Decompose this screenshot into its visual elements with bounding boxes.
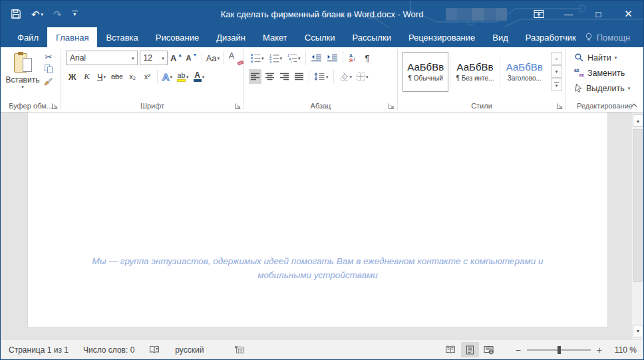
zoom-in-button[interactable]: + xyxy=(597,345,602,355)
styles-scroll-down-button[interactable]: ▼ xyxy=(551,65,562,78)
read-mode-button[interactable] xyxy=(442,342,460,357)
find-button[interactable]: Найти ▾ xyxy=(574,50,640,65)
tab-layout[interactable]: Макет xyxy=(254,27,296,47)
scrollbar-thumb[interactable] xyxy=(633,129,643,282)
styles-scroll-up-button[interactable]: ▲ xyxy=(551,52,562,65)
tab-review[interactable]: Рецензирование xyxy=(400,27,484,47)
chevron-down-icon[interactable]: ▾ xyxy=(615,55,617,60)
bullets-button[interactable]: ▾ xyxy=(249,51,265,65)
chevron-down-icon[interactable]: ▾ xyxy=(158,56,167,61)
strikethrough-button[interactable]: abc xyxy=(110,69,124,84)
numbering-button[interactable]: 123 ▾ xyxy=(267,51,284,65)
change-case-button[interactable]: Aa ▾ xyxy=(206,51,220,65)
replace-button[interactable]: ab ac Заменить xyxy=(574,65,640,81)
document-paragraph[interactable]: Мы — группа энтузиастов, одержимых идеей… xyxy=(85,112,551,282)
web-layout-button[interactable] xyxy=(480,342,498,357)
chevron-down-icon[interactable]: ▾ xyxy=(128,56,137,61)
align-center-button[interactable] xyxy=(263,69,276,84)
zoom-slider[interactable] xyxy=(527,349,591,351)
macro-record-button[interactable] xyxy=(234,345,244,354)
chevron-down-icon[interactable]: ▾ xyxy=(298,56,301,61)
zoom-slider-thumb[interactable] xyxy=(558,346,561,354)
vertical-scrollbar[interactable]: ▲ ▼ xyxy=(631,112,643,339)
align-right-button[interactable] xyxy=(278,69,291,84)
zoom-percentage[interactable]: 110 % xyxy=(611,345,637,355)
collapse-ribbon-button[interactable] xyxy=(629,101,639,109)
justify-button[interactable] xyxy=(293,69,305,84)
chevron-down-icon[interactable]: ▾ xyxy=(261,56,264,61)
grow-font-button[interactable]: A ▲ xyxy=(170,51,184,65)
proofing-status-button[interactable] xyxy=(149,345,160,354)
paragraph-dialog-launcher[interactable] xyxy=(388,102,395,110)
page-indicator[interactable]: Страница 1 из 1 xyxy=(9,345,69,355)
text-effects-button[interactable]: A ▾ xyxy=(161,69,174,84)
underline-button[interactable]: Ч ▾ xyxy=(95,69,108,84)
shrink-font-button[interactable]: A ▼ xyxy=(185,51,198,65)
tab-draw[interactable]: Рисование xyxy=(147,27,208,47)
shading-button[interactable]: ▾ xyxy=(337,69,354,84)
maximize-button[interactable]: □ xyxy=(583,1,613,27)
font-family-combo[interactable]: Arial ▾ xyxy=(66,51,138,65)
chevron-down-icon[interactable]: ▾ xyxy=(218,56,220,61)
zoom-out-button[interactable]: − xyxy=(516,345,521,355)
language-indicator[interactable]: русский xyxy=(175,345,204,355)
tell-me-button[interactable]: Помощн xyxy=(585,33,631,43)
line-spacing-button[interactable]: ▾ xyxy=(313,69,330,84)
chevron-down-icon[interactable]: ▾ xyxy=(350,75,353,79)
format-painter-icon[interactable] xyxy=(44,77,53,89)
align-left-button[interactable] xyxy=(249,69,261,84)
paste-button[interactable]: Вставить ▾ xyxy=(5,51,40,100)
bold-button[interactable]: Ж xyxy=(66,69,79,84)
chevron-down-icon[interactable]: ▾ xyxy=(326,75,329,79)
undo-button[interactable]: ↶ ▾ xyxy=(31,9,43,19)
ribbon-display-options-button[interactable] xyxy=(524,1,554,27)
select-button[interactable]: Выделить ▾ xyxy=(574,81,640,96)
styles-gallery-more-button[interactable]: ▼ xyxy=(551,79,562,91)
scroll-down-button[interactable]: ▼ xyxy=(633,325,643,337)
superscript-button[interactable]: x² xyxy=(141,69,154,84)
highlight-color-button[interactable]: ab ▾ xyxy=(176,69,190,84)
styles-dialog-launcher[interactable] xyxy=(556,102,564,110)
subscript-button[interactable]: x₂ xyxy=(126,69,139,84)
clear-formatting-button[interactable]: A xyxy=(228,51,240,65)
print-layout-button[interactable] xyxy=(461,342,479,357)
tab-file[interactable]: Файл xyxy=(9,27,47,47)
style-normal[interactable]: АаБбВв ¶ Обычный xyxy=(402,52,448,92)
chevron-down-icon[interactable]: ▾ xyxy=(170,75,173,79)
chevron-down-icon[interactable]: ▾ xyxy=(280,56,283,61)
tab-insert[interactable]: Вставка xyxy=(97,27,146,47)
clipboard-dialog-launcher[interactable] xyxy=(51,102,59,110)
tab-design[interactable]: Дизайн xyxy=(208,27,254,47)
font-dialog-launcher[interactable] xyxy=(234,102,242,110)
word-count[interactable]: Число слов: 0 xyxy=(83,345,134,355)
undo-dropdown-icon[interactable]: ▾ xyxy=(41,12,44,17)
borders-button[interactable]: ▾ xyxy=(355,69,370,84)
tab-references[interactable]: Ссылки xyxy=(296,27,344,47)
font-size-combo[interactable]: 12 ▾ xyxy=(140,51,168,65)
tab-view[interactable]: Вид xyxy=(484,27,517,47)
chevron-down-icon[interactable]: ▾ xyxy=(366,75,369,79)
save-icon[interactable] xyxy=(11,9,21,19)
chevron-down-icon[interactable]: ▾ xyxy=(104,75,106,79)
show-formatting-marks-button[interactable]: ¶ xyxy=(361,51,374,65)
font-color-button[interactable]: A ▾ xyxy=(192,69,206,84)
paste-dropdown-icon[interactable]: ▾ xyxy=(21,85,24,89)
minimize-button[interactable]: — xyxy=(554,1,583,27)
copy-icon[interactable] xyxy=(45,65,53,73)
italic-button[interactable]: К xyxy=(80,69,93,84)
document-page[interactable]: Мы — группа энтузиастов, одержимых идеей… xyxy=(27,112,608,327)
scroll-up-button[interactable]: ▲ xyxy=(633,114,643,127)
multilevel-list-button[interactable]: 1аі ▾ xyxy=(285,51,302,65)
tab-mailings[interactable]: Рассылки xyxy=(344,27,400,47)
increase-indent-button[interactable] xyxy=(325,51,339,65)
customize-qat-button[interactable]: ▾ xyxy=(72,11,78,17)
chevron-down-icon[interactable]: ▾ xyxy=(202,75,205,79)
chevron-down-icon[interactable]: ▾ xyxy=(186,75,189,79)
tab-home[interactable]: Главная xyxy=(47,27,97,47)
style-no-spacing[interactable]: АаБбВв ¶ Без инте... xyxy=(452,52,498,92)
cut-icon[interactable]: ✂ xyxy=(45,53,53,61)
decrease-indent-button[interactable] xyxy=(309,51,323,65)
redo-button[interactable]: ↷ xyxy=(53,9,62,19)
close-button[interactable]: ✕ xyxy=(613,1,643,27)
tab-developer[interactable]: Разработчик xyxy=(517,27,585,47)
